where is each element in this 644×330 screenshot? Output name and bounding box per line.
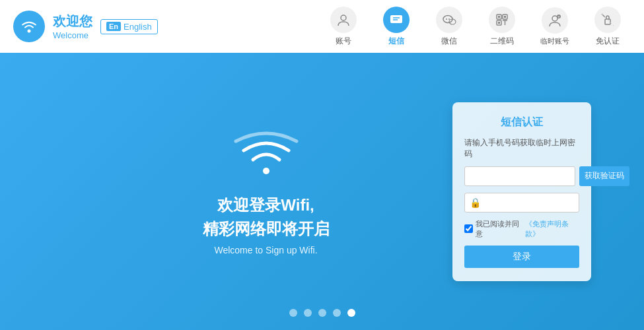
agree-link[interactable]: 《免责声明条款》	[525, 219, 579, 239]
dot-4[interactable]	[333, 309, 341, 317]
wifi-large-icon	[233, 128, 299, 180]
svg-point-8	[448, 18, 450, 20]
nav-item-free[interactable]: 免认证	[585, 1, 631, 52]
card-title: 短信认证	[464, 116, 579, 129]
phone-row: 获取验证码	[464, 166, 579, 186]
code-input-wrap: 🔒	[464, 193, 579, 213]
temp-account-icon: +	[548, 13, 562, 28]
nav-label-temp: 临时账号	[540, 36, 569, 46]
nav-label-wechat: 微信	[441, 36, 457, 47]
lock-icon: 🔒	[470, 197, 481, 208]
dot-1[interactable]	[289, 309, 297, 317]
svg-rect-14	[498, 22, 500, 24]
account-icon-wrap	[330, 7, 357, 33]
svg-rect-12	[498, 16, 500, 18]
nav-item-wechat[interactable]: 微信	[426, 1, 472, 52]
dot-3[interactable]	[318, 309, 326, 317]
nav-label-free: 免认证	[596, 36, 620, 47]
main-title-en: Welcome to Sign up Wifi.	[214, 245, 317, 255]
nav-item-qrcode[interactable]: 二维码	[479, 1, 525, 52]
svg-point-7	[446, 18, 447, 20]
welcome-en-label: Welcome	[53, 30, 92, 40]
get-code-button[interactable]: 获取验证码	[579, 166, 629, 186]
svg-point-23	[263, 168, 269, 174]
phone-input[interactable]	[464, 166, 575, 186]
svg-text:+: +	[558, 15, 560, 18]
login-button[interactable]: 登录	[464, 246, 579, 268]
free-icon-wrap	[594, 7, 621, 33]
lang-badge: En	[106, 22, 121, 31]
account-icon	[336, 13, 351, 27]
welcome-cn-label: 欢迎您	[53, 13, 92, 30]
free-auth-icon	[600, 13, 615, 27]
dots-row	[289, 309, 355, 317]
wifi-logo	[13, 11, 45, 42]
language-button[interactable]: En English	[100, 19, 158, 34]
main-content: 欢迎登录Wifi, 精彩网络即将开启 Welcome to Sign up Wi…	[0, 53, 644, 330]
login-card: 短信认证 请输入手机号码获取临时上网密码 获取验证码 🔒 我已阅读并同意 《免责…	[452, 102, 591, 281]
svg-point-1	[341, 15, 346, 20]
nav-label-sms: 短信	[388, 36, 404, 47]
svg-point-0	[28, 30, 31, 33]
svg-rect-13	[504, 16, 506, 18]
main-title-cn: 欢迎登录Wifi, 精彩网络即将开启	[203, 193, 330, 241]
temp-icon-wrap: +	[542, 7, 568, 34]
logo-text: 欢迎您 Welcome	[53, 13, 92, 40]
dot-2[interactable]	[304, 309, 312, 317]
code-input[interactable]	[464, 193, 579, 213]
wechat-icon	[442, 13, 456, 27]
lang-label: English	[124, 22, 152, 32]
header-left: 欢迎您 Welcome En English	[13, 11, 158, 42]
sms-icon	[389, 13, 404, 27]
nav-label-account: 账号	[336, 36, 351, 47]
header: 欢迎您 Welcome En English 账号	[0, 0, 644, 53]
agree-text: 我已阅读并同意	[476, 219, 522, 239]
nav-label-qrcode: 二维码	[490, 36, 514, 47]
nav-item-sms[interactable]: 短信	[373, 1, 419, 52]
hero-section: 欢迎登录Wifi, 精彩网络即将开启 Welcome to Sign up Wi…	[79, 128, 452, 255]
card-desc: 请输入手机号码获取临时上网密码	[464, 137, 579, 160]
svg-point-17	[552, 16, 557, 21]
dot-5[interactable]	[347, 309, 355, 317]
agree-row: 我已阅读并同意 《免责声明条款》	[464, 219, 579, 239]
nav-item-temp[interactable]: + 临时账号	[532, 2, 578, 51]
sms-icon-wrap	[383, 7, 410, 33]
header-nav: 账号 短信 微信	[320, 1, 631, 52]
wechat-icon-wrap	[436, 7, 462, 33]
code-input-row: 🔒	[464, 193, 579, 213]
qrcode-icon	[495, 13, 509, 27]
agree-checkbox[interactable]	[464, 224, 473, 233]
qrcode-icon-wrap	[489, 7, 515, 33]
svg-rect-2	[390, 15, 402, 23]
nav-item-account[interactable]: 账号	[320, 1, 367, 52]
